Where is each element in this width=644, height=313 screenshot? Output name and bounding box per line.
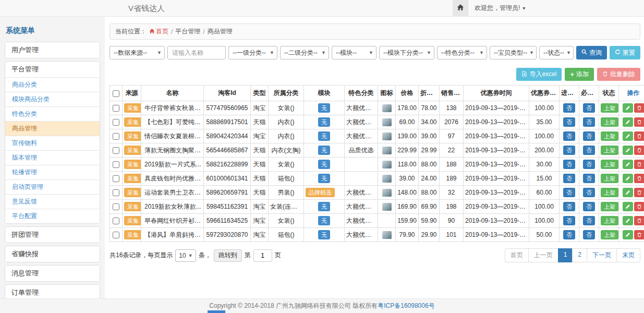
row-checkbox[interactable]: [113, 133, 119, 140]
add-button[interactable]: + 添加: [565, 68, 594, 81]
page-button-last[interactable]: 末页: [616, 248, 640, 262]
user-menu[interactable]: 欢迎您，管理员! ▾: [468, 4, 531, 13]
delete-button[interactable]: [634, 117, 644, 127]
page-button-next[interactable]: 下一页: [587, 248, 617, 262]
status-badge[interactable]: 上架: [601, 131, 618, 141]
sidebar-item[interactable]: 拼团管理: [5, 227, 100, 243]
import-excel-button[interactable]: 导入excel: [516, 68, 562, 81]
row-checkbox[interactable]: [113, 232, 119, 238]
must-buy-toggle[interactable]: 否: [583, 202, 595, 211]
delete-button[interactable]: [634, 146, 644, 155]
must-buy-toggle[interactable]: 否: [583, 103, 595, 113]
sidebar-subitem[interactable]: 模块商品分类: [5, 92, 100, 106]
sidebar-item[interactable]: 用户管理: [5, 42, 100, 58]
sidebar-subitem[interactable]: 商品分类: [5, 77, 100, 92]
sidebar-item[interactable]: 消息管理: [5, 266, 100, 281]
must-buy-toggle[interactable]: 否: [583, 117, 595, 127]
status-badge[interactable]: 上架: [601, 230, 618, 239]
select-all-checkbox[interactable]: [113, 90, 119, 97]
status-badge[interactable]: 上架: [601, 216, 618, 225]
must-buy-toggle[interactable]: 否: [583, 188, 595, 197]
page-button-page-1[interactable]: 1: [558, 248, 573, 262]
edit-button[interactable]: [623, 103, 633, 113]
import-select-toggle[interactable]: 否: [563, 117, 575, 127]
edit-button[interactable]: [623, 230, 633, 239]
import-select-toggle[interactable]: 否: [563, 202, 575, 211]
row-checkbox[interactable]: [113, 203, 119, 210]
delete-button[interactable]: [634, 131, 644, 141]
reset-button[interactable]: 重置: [610, 46, 640, 59]
import-select-toggle[interactable]: 否: [563, 216, 575, 225]
batch-delete-button[interactable]: 批量删除: [597, 68, 640, 81]
filter-select-secondary-category[interactable]: --二级分类--▼: [280, 46, 329, 59]
import-select-toggle[interactable]: 否: [563, 146, 575, 155]
delete-button[interactable]: [634, 216, 644, 225]
breadcrumb-home-link[interactable]: 首页: [149, 27, 168, 36]
edit-button[interactable]: [623, 160, 633, 169]
page-jump-input[interactable]: [253, 249, 272, 262]
home-button[interactable]: [453, 0, 468, 16]
delete-button[interactable]: [634, 230, 644, 239]
sidebar-subitem[interactable]: 宣传物料: [5, 136, 100, 150]
row-checkbox[interactable]: [113, 161, 119, 168]
delete-button[interactable]: [634, 202, 644, 211]
status-badge[interactable]: 上架: [601, 117, 618, 127]
edit-button[interactable]: [623, 117, 633, 127]
import-select-toggle[interactable]: 否: [563, 188, 575, 197]
status-badge[interactable]: 上架: [601, 146, 618, 155]
must-buy-toggle[interactable]: 否: [583, 160, 595, 169]
status-badge[interactable]: 上架: [601, 103, 618, 113]
import-select-toggle[interactable]: 否: [563, 131, 575, 141]
filter-select-primary-category[interactable]: --一级分类--▼: [228, 46, 277, 59]
status-badge[interactable]: 上架: [601, 202, 618, 211]
search-button[interactable]: 查询: [576, 46, 607, 59]
filter-select-special-category[interactable]: --特色分类--▼: [437, 46, 487, 59]
edit-button[interactable]: [623, 216, 633, 225]
delete-button[interactable]: [634, 103, 644, 113]
filter-select-module[interactable]: --模块--▼: [332, 46, 376, 59]
filter-select-status[interactable]: --状态--▼: [539, 46, 574, 59]
sidebar-subitem[interactable]: 平台配置: [5, 209, 100, 223]
status-badge[interactable]: 上架: [601, 188, 618, 197]
delete-button[interactable]: [634, 174, 644, 183]
sidebar-item[interactable]: 平台管理: [5, 62, 100, 77]
row-checkbox[interactable]: [113, 147, 119, 154]
sidebar-item[interactable]: 省赚快报: [5, 246, 100, 262]
import-select-toggle[interactable]: 否: [563, 230, 575, 239]
edit-button[interactable]: [623, 146, 633, 155]
sidebar-subitem[interactable]: 启动页管理: [5, 179, 100, 194]
filter-select-item-type[interactable]: --宝贝类型--▼: [490, 46, 537, 59]
filter-select-data-source[interactable]: --数据来源--▼: [110, 46, 165, 59]
per-page-select[interactable]: 10▼: [175, 249, 196, 262]
filter-select-module-subcategory[interactable]: --模块下分类--▼: [379, 46, 434, 59]
row-checkbox[interactable]: [113, 175, 119, 182]
must-buy-toggle[interactable]: 否: [583, 174, 595, 183]
row-checkbox[interactable]: [113, 119, 119, 126]
must-buy-toggle[interactable]: 否: [583, 216, 595, 225]
import-select-toggle[interactable]: 否: [563, 174, 575, 183]
must-buy-toggle[interactable]: 否: [583, 131, 595, 141]
sidebar-subitem[interactable]: 轮播管理: [5, 165, 100, 179]
delete-button[interactable]: [634, 188, 644, 197]
row-checkbox[interactable]: [113, 105, 119, 112]
name-search-input[interactable]: [167, 46, 226, 59]
row-checkbox[interactable]: [113, 218, 119, 224]
must-buy-toggle[interactable]: 否: [583, 230, 595, 239]
status-badge[interactable]: 上架: [601, 160, 618, 169]
icp-link[interactable]: 粤ICP备16098006号: [378, 302, 434, 310]
sidebar-subitem[interactable]: 特色分类: [5, 106, 100, 121]
page-button-page-2[interactable]: 2: [572, 248, 587, 262]
row-checkbox[interactable]: [113, 189, 119, 196]
sidebar-subitem[interactable]: 商品管理: [5, 121, 100, 136]
edit-button[interactable]: [623, 174, 633, 183]
edit-button[interactable]: [623, 131, 633, 141]
edit-button[interactable]: [623, 188, 633, 197]
jump-button[interactable]: 跳转到: [214, 249, 242, 262]
delete-button[interactable]: [634, 160, 644, 169]
status-badge[interactable]: 上架: [601, 174, 618, 183]
import-select-toggle[interactable]: 否: [563, 103, 575, 113]
breadcrumb-item[interactable]: 平台管理: [175, 27, 200, 36]
must-buy-toggle[interactable]: 否: [583, 146, 595, 155]
sidebar-subitem[interactable]: 版本管理: [5, 150, 100, 165]
import-select-toggle[interactable]: 否: [563, 160, 575, 169]
